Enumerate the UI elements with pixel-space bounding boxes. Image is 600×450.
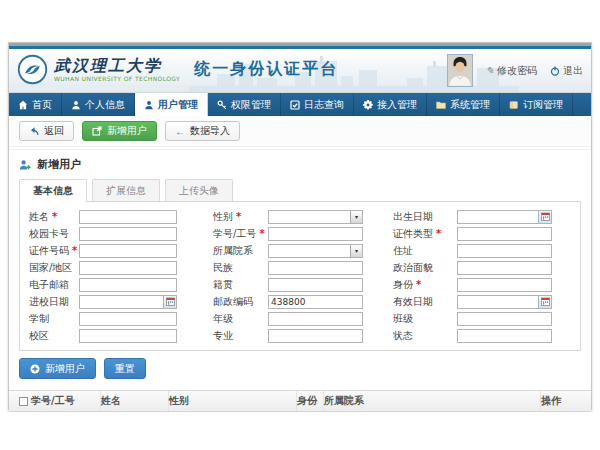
column-header-department: 所属院系: [324, 391, 541, 411]
users-icon: [144, 100, 154, 110]
tab-basic-info[interactable]: 基本信息: [19, 179, 87, 202]
grade-label: 年级: [213, 312, 268, 326]
nav-item-permission-management[interactable]: 权限管理: [208, 93, 281, 116]
political-status-input[interactable]: [457, 261, 552, 275]
native-place-label: 籍贯: [213, 278, 268, 292]
form-row: 进校日期 邮政编码 有效日期: [20, 293, 580, 310]
nav-item-profile[interactable]: 个人信息: [62, 93, 135, 116]
major-input[interactable]: [268, 329, 363, 343]
ethnicity-input[interactable]: [268, 261, 363, 275]
gender-select[interactable]: [268, 210, 363, 224]
form-panel: 姓名* 性别* ▾ 出生日期 校园卡号 学号/工号* 证件类型* 证件号码* 所…: [19, 201, 581, 351]
id-type-label: 证件类型*: [393, 227, 457, 241]
column-header-name: 姓名: [101, 391, 169, 411]
plus-circle-icon: [30, 364, 40, 374]
calendar-icon[interactable]: [538, 296, 551, 308]
import-arrow-icon: ←: [175, 126, 185, 137]
identity-input[interactable]: [457, 278, 552, 292]
user-table: 学号/工号 姓名 性别 身份 所属院系 操作: [9, 390, 591, 423]
home-icon: [18, 100, 28, 110]
required-asterisk: *: [236, 211, 241, 222]
calendar-icon[interactable]: [538, 211, 551, 223]
reset-button[interactable]: 重置: [104, 358, 146, 379]
form-row: 国家/地区 民族 政治面貌: [20, 259, 580, 276]
table-header: 学号/工号 姓名 性别 身份 所属院系 操作: [9, 391, 591, 412]
major-label: 专业: [213, 329, 268, 343]
tab-upload-avatar[interactable]: 上传头像: [165, 179, 233, 201]
id-type-input[interactable]: [457, 227, 552, 241]
required-asterisk: *: [416, 279, 421, 290]
notebook-icon: [509, 100, 519, 110]
id-number-input[interactable]: [79, 244, 177, 258]
submit-add-user-button[interactable]: 新增用户: [19, 358, 96, 379]
campus-card-input[interactable]: [79, 227, 177, 241]
app-window: 武汉理工大学 WUHAN UNIVERSITY OF TECHNOLOGY 统一…: [8, 42, 592, 410]
email-input[interactable]: [79, 278, 177, 292]
change-password-link[interactable]: ✎ 修改密码: [486, 64, 537, 78]
university-logo: [17, 54, 48, 85]
select-all-checkbox[interactable]: [19, 397, 28, 406]
class-label: 班级: [393, 312, 457, 326]
schooling-length-input[interactable]: [79, 312, 177, 326]
identity-label: 身份*: [393, 278, 457, 292]
status-label: 状态: [393, 329, 457, 343]
ethnicity-label: 民族: [213, 261, 268, 275]
form-row: 校区 专业 状态: [20, 327, 580, 344]
tab-extended-info[interactable]: 扩展信息: [92, 179, 160, 201]
user-icon: [71, 100, 81, 110]
logout-link[interactable]: 退出: [550, 64, 583, 78]
department-select[interactable]: [268, 244, 363, 258]
nav-item-subscription-management[interactable]: 订阅管理: [500, 93, 573, 116]
column-header-identity: 身份: [297, 391, 324, 411]
university-name-en: WUHAN UNIVERSITY OF TECHNOLOGY: [54, 75, 180, 82]
chevron-down-icon[interactable]: ▾: [350, 211, 362, 223]
nav-item-system-management[interactable]: 系统管理: [427, 93, 500, 116]
class-input[interactable]: [457, 312, 552, 326]
calendar-icon[interactable]: [163, 296, 176, 308]
nav-item-access-management[interactable]: 接入管理: [354, 93, 427, 116]
form-row: 校园卡号 学号/工号* 证件类型*: [20, 225, 580, 242]
column-header-gender: 性别: [169, 391, 297, 411]
new-window-icon: [92, 126, 102, 136]
column-header-actions: 操作: [541, 391, 591, 411]
tab-bar: 基本信息 扩展信息 上传头像: [9, 177, 591, 201]
power-icon: [550, 66, 560, 76]
name-input[interactable]: [79, 210, 177, 224]
nav-item-log-query[interactable]: 日志查询: [281, 93, 354, 116]
nav-item-home[interactable]: 首页: [9, 93, 62, 116]
pencil-icon: ✎: [486, 65, 494, 76]
form-row: 证件号码* 所属院系 ▾ 住址: [20, 242, 580, 259]
gender-label: 性别*: [213, 210, 268, 224]
add-user-toolbar-button[interactable]: 新增用户: [82, 121, 157, 141]
country-region-input[interactable]: [79, 261, 177, 275]
nav-item-user-management[interactable]: 用户管理: [135, 93, 208, 116]
data-import-button[interactable]: ← 数据导入: [165, 121, 240, 141]
key-icon: [217, 100, 227, 110]
address-label: 住址: [393, 244, 457, 258]
back-button[interactable]: 返回: [19, 121, 74, 141]
required-asterisk: *: [259, 228, 264, 239]
section-header: 新增用户: [9, 149, 591, 177]
student-id-input[interactable]: [268, 227, 363, 241]
postal-code-label: 邮政编码: [213, 295, 268, 309]
university-name-cn: 武汉理工大学: [54, 57, 180, 75]
political-status-label: 政治面貌: [393, 261, 457, 275]
table-body-empty: [9, 412, 591, 423]
toolbar: 返回 新增用户 ← 数据导入: [9, 116, 591, 147]
required-asterisk: *: [436, 228, 441, 239]
birth-date-label: 出生日期: [393, 210, 457, 224]
native-place-input[interactable]: [268, 278, 363, 292]
form-row: 电子邮箱 籍贯 身份*: [20, 276, 580, 293]
campus-input[interactable]: [79, 329, 177, 343]
chevron-down-icon[interactable]: ▾: [350, 245, 362, 257]
user-avatar[interactable]: [447, 54, 473, 87]
postal-code-input[interactable]: [268, 295, 363, 309]
grade-input[interactable]: [268, 312, 363, 326]
enroll-date-label: 进校日期: [29, 295, 79, 309]
gear-icon: [363, 100, 373, 110]
form-row: 学制 年级 班级: [20, 310, 580, 327]
header: 武汉理工大学 WUHAN UNIVERSITY OF TECHNOLOGY 统一…: [9, 49, 591, 93]
add-user-icon: [19, 159, 31, 171]
status-input[interactable]: [457, 329, 552, 343]
address-input[interactable]: [457, 244, 552, 258]
